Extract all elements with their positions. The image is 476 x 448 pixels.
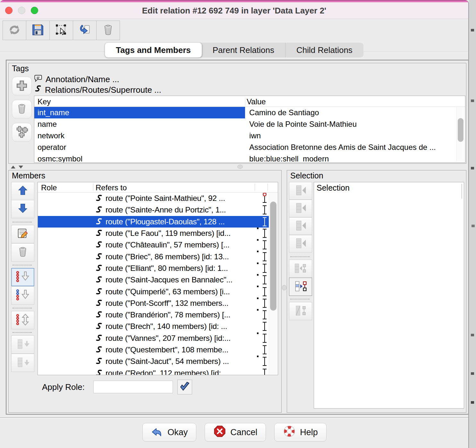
refresh-button[interactable] bbox=[3, 21, 26, 40]
sort-below-button[interactable] bbox=[11, 286, 34, 305]
add-selection-after-button[interactable] bbox=[289, 278, 312, 296]
member-row[interactable]: route ("Saint-Jacques en Bannalec"... bbox=[38, 274, 269, 286]
horizontal-splitter[interactable] bbox=[8, 164, 466, 170]
member-row[interactable]: route ("Sainte-Anne du Portzic", 1... bbox=[38, 204, 269, 216]
connectivity-gap-marker bbox=[256, 286, 260, 297]
members-section-label: Members bbox=[12, 171, 45, 180]
member-role bbox=[38, 204, 93, 216]
dialog-buttons: Okay Cancel Help bbox=[0, 423, 469, 442]
tab[interactable]: Parent Relations bbox=[202, 43, 285, 57]
role-column-header: Role bbox=[41, 183, 57, 192]
move-up-button[interactable] bbox=[11, 182, 34, 200]
tag-row[interactable]: int_name Camino de Santiago bbox=[34, 107, 465, 118]
way-connection-indicator bbox=[260, 251, 269, 262]
member-row[interactable]: route ("Le Faou", 119 members) [id... bbox=[38, 228, 269, 239]
relation-icon bbox=[95, 288, 103, 296]
member-refers-to: route ("Sainte-Anne du Portzic", 1... bbox=[106, 205, 226, 214]
member-row[interactable]: route ("Questembert", 108 membe... bbox=[38, 344, 269, 356]
tab[interactable]: Tags and Members bbox=[105, 43, 202, 57]
selection-list-header: Selection bbox=[317, 183, 350, 193]
tags-scrollbar[interactable] bbox=[456, 107, 464, 161]
member-row[interactable]: route ("Pont-Scorff", 132 members... bbox=[38, 297, 269, 309]
way-connection-indicator bbox=[260, 204, 269, 216]
download-members-icon bbox=[16, 339, 30, 350]
member-role bbox=[38, 286, 93, 297]
refers-to-column-header: Refers to bbox=[96, 183, 127, 192]
paste-tags-button[interactable] bbox=[12, 123, 32, 142]
edit-member-button[interactable] bbox=[11, 225, 34, 243]
member-row[interactable]: route ("Elliant", 80 members) [id: 1... bbox=[38, 263, 269, 274]
minimize-window-button[interactable] bbox=[18, 7, 25, 14]
download-members-button[interactable] bbox=[11, 335, 34, 354]
member-row[interactable]: route ("Brandérion", 78 members) [... bbox=[38, 309, 269, 321]
collapse-down-icon[interactable] bbox=[19, 166, 23, 168]
remove-selected-members-button[interactable] bbox=[289, 302, 312, 320]
splitter-handle[interactable] bbox=[237, 165, 243, 169]
cancel-button[interactable]: Cancel bbox=[205, 423, 266, 442]
delete-relation-button[interactable] bbox=[96, 21, 120, 40]
add-selection-at-position-button[interactable] bbox=[289, 260, 312, 278]
delete-tag-icon bbox=[16, 103, 28, 116]
preset-link-relations[interactable]: Relations/Routes/Superroute ... bbox=[34, 85, 161, 95]
member-row[interactable]: route ("Vannes", 207 members) [id:... bbox=[38, 332, 269, 344]
way-connection-indicator bbox=[260, 367, 269, 375]
select-members-button[interactable] bbox=[49, 21, 73, 40]
vertical-splitter[interactable] bbox=[282, 170, 287, 413]
relation-icon bbox=[95, 334, 103, 342]
member-row[interactable]: route ("Châteaulin", 57 members) [... bbox=[38, 239, 269, 251]
member-row[interactable]: route ("Quimperlé", 63 members) [i... bbox=[38, 286, 269, 297]
reverse-order-button[interactable] bbox=[11, 311, 34, 329]
apply-role-input[interactable] bbox=[93, 381, 173, 393]
apply-to-dataset-button[interactable] bbox=[73, 21, 97, 40]
relation-icon bbox=[95, 229, 103, 237]
tag-row[interactable]: operator Association Bretonne des Amis d… bbox=[34, 142, 465, 153]
delete-member-button[interactable] bbox=[11, 243, 34, 262]
members-scrollbar[interactable] bbox=[269, 193, 277, 374]
selection-scrollbar[interactable] bbox=[461, 184, 462, 199]
tag-value: blue:blue:shell_modern bbox=[247, 153, 452, 163]
collapse-up-icon[interactable] bbox=[11, 166, 15, 168]
member-row[interactable]: route ("Saint-Jacut", 54 members) ... bbox=[38, 356, 269, 367]
move-down-button[interactable] bbox=[11, 200, 34, 218]
tags-scrollbar-thumb[interactable] bbox=[458, 118, 463, 142]
edit-member-icon bbox=[17, 228, 29, 241]
tab[interactable]: Child Relations bbox=[285, 43, 363, 57]
save-button[interactable] bbox=[26, 21, 50, 40]
tag-key: operator bbox=[34, 142, 245, 153]
sort-members-button[interactable] bbox=[11, 268, 34, 286]
member-refers-to: route ("Questembert", 108 membe... bbox=[106, 345, 228, 354]
member-row[interactable]: route ("Brech", 140 members) [id: ... bbox=[38, 321, 269, 332]
tag-value: iwn bbox=[247, 130, 452, 142]
way-connection-indicator bbox=[260, 274, 269, 286]
splitter-handle[interactable] bbox=[282, 285, 286, 290]
tag-row[interactable]: osmc:symbol blue:blue:shell_modern bbox=[34, 153, 465, 163]
delete-relation-icon bbox=[102, 23, 114, 37]
help-button[interactable]: Help bbox=[274, 423, 327, 442]
zoom-window-button[interactable] bbox=[31, 7, 38, 14]
move-members-after-button[interactable] bbox=[289, 217, 312, 235]
move-members-start-button[interactable] bbox=[289, 182, 312, 200]
okay-button[interactable]: Okay bbox=[142, 423, 196, 442]
connectivity-gap-marker bbox=[256, 309, 260, 321]
member-row[interactable]: route ("Pointe Saint-Mathieu", 92 ... bbox=[38, 193, 269, 204]
apply-role-button[interactable] bbox=[177, 380, 192, 394]
move-members-end-button[interactable] bbox=[289, 235, 312, 253]
member-row[interactable]: route ("Redon", 112 members) [id: ... bbox=[38, 367, 269, 375]
select-relation-icon bbox=[55, 23, 68, 38]
member-row[interactable]: route ("Briec", 86 members) [id: 13... bbox=[38, 251, 269, 262]
move-members-before-button[interactable] bbox=[289, 200, 312, 217]
relation-icon bbox=[95, 323, 103, 330]
tag-row[interactable]: name Voie de la Pointe Saint-Mathieu bbox=[34, 118, 465, 130]
download-incomplete-members-button[interactable] bbox=[11, 354, 34, 372]
delete-tag-button[interactable] bbox=[12, 100, 32, 118]
relation-icon bbox=[95, 253, 103, 261]
close-window-button[interactable] bbox=[5, 7, 13, 14]
tag-row[interactable]: network iwn bbox=[34, 130, 465, 142]
button-separator bbox=[13, 332, 32, 333]
preset-link-annotation[interactable]: Annotation/Name ... bbox=[34, 74, 161, 85]
connectivity-gap-marker bbox=[256, 204, 260, 216]
members-scrollbar-thumb[interactable] bbox=[270, 202, 276, 311]
member-row[interactable]: route ("Plougastel-Daoulas", 128 ... bbox=[38, 216, 269, 228]
add-tag-button[interactable] bbox=[12, 77, 32, 95]
background-window-edge bbox=[469, 0, 476, 448]
